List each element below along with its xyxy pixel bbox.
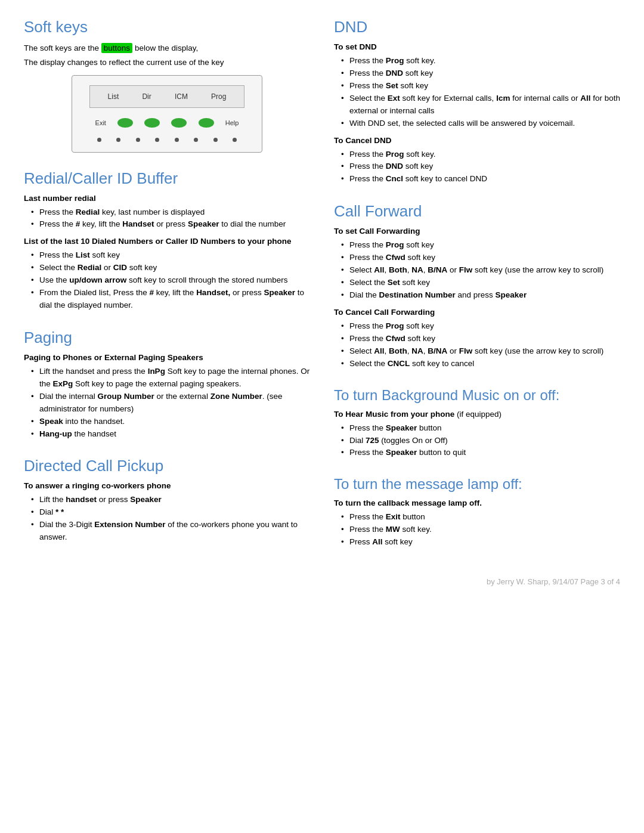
list-item: Select All, Both, NA, B/NA or Flw soft k… <box>341 264 620 277</box>
soft-keys-highlight: buttons <box>101 43 132 53</box>
background-music-title: To turn Background Music on or off: <box>334 387 620 404</box>
directed-call-pickup-title: Directed Call Pickup <box>24 457 310 475</box>
set-dnd-title: To set DND <box>334 42 620 51</box>
dot-4 <box>155 138 159 142</box>
list-item: Press the Prog soft key. <box>341 55 620 67</box>
phone-diagram: List Dir ICM Prog Exit Help <box>72 75 262 153</box>
message-lamp-title: To turn the message lamp off: <box>334 476 620 493</box>
cancel-dnd-list: Press the Prog soft key. Press the DND s… <box>341 148 620 186</box>
dnd-title: DND <box>334 18 620 36</box>
right-column: DND To set DND Press the Prog soft key. … <box>334 18 620 565</box>
dot-5 <box>175 138 179 142</box>
left-column: Soft keys The soft keys are the buttons … <box>24 18 310 565</box>
phone-dots-row <box>89 138 244 142</box>
list-item: Press the Redial key, last number is dis… <box>31 206 310 219</box>
list-item: Dial the 3-Digit Extension Number of the… <box>31 519 310 544</box>
list-item: Press the Prog soft key <box>341 320 620 333</box>
list-item: Press the List soft key <box>31 249 310 262</box>
list-item: Select the CNCL soft key to cancel <box>341 358 620 370</box>
paging-section: Paging Paging to Phones or External Pagi… <box>24 329 310 441</box>
page-footer: by Jerry W. Sharp, 9/14/07 Page 3 of 4 <box>24 577 620 586</box>
list-item: From the Dialed list, Press the # key, l… <box>31 287 310 312</box>
dot-2 <box>116 138 120 142</box>
dot-7 <box>213 138 218 142</box>
dot-8 <box>233 138 237 142</box>
message-lamp-section: To turn the message lamp off: To turn th… <box>334 476 620 549</box>
btn-oval-3 <box>171 118 187 128</box>
call-forward-section: Call Forward To set Call Forwarding Pres… <box>334 202 620 370</box>
hear-music-title-suffix: (if equipped) <box>454 410 501 419</box>
call-forward-title: Call Forward <box>334 202 620 221</box>
list-item: Press the Prog soft key <box>341 239 620 252</box>
list-10-items: Press the List soft key Select the Redia… <box>31 249 310 312</box>
directed-call-pickup-section: Directed Call Pickup To answer a ringing… <box>24 457 310 544</box>
dot-3 <box>136 138 140 142</box>
cancel-dnd-title: To Cancel DND <box>334 136 620 145</box>
soft-keys-intro: The soft keys are the buttons below the … <box>24 42 310 54</box>
list-item: Press the Speaker button to quit <box>341 447 620 459</box>
btn-label-help: Help <box>225 119 239 126</box>
soft-keys-intro-line2: below the display, <box>135 44 198 52</box>
list-item: Press the Cfwd soft key <box>341 252 620 264</box>
list-item: Hang-up the handset <box>31 428 310 441</box>
list-item: Lift the handset or press Speaker <box>31 494 310 506</box>
list-item: Dial the Destination Number and press Sp… <box>341 289 620 302</box>
cancel-cf-list: Press the Prog soft key Press the Cfwd s… <box>341 320 620 370</box>
list-item: Press the Prog soft key. <box>341 148 620 161</box>
hear-music-title-text: To Hear Music from your phone <box>334 410 454 419</box>
set-cf-title: To set Call Forwarding <box>334 227 620 236</box>
display-label-prog: Prog <box>211 92 226 101</box>
list-item: Press the Cfwd soft key <box>341 333 620 345</box>
display-label-dir: Dir <box>142 92 151 101</box>
answer-ringing-title: To answer a ringing co-workers phone <box>24 481 310 490</box>
set-cf-list: Press the Prog soft key Press the Cfwd s… <box>341 239 620 302</box>
list-item: Press the # key, lift the Handset or pre… <box>31 218 310 231</box>
background-music-section: To turn Background Music on or off: To H… <box>334 387 620 460</box>
soft-keys-intro-line3: The display changes to reflect the curre… <box>24 57 310 69</box>
list-item: With DND set, the selected calls will be… <box>341 117 620 130</box>
list-item: Use the up/down arrow soft key to scroll… <box>31 274 310 287</box>
btn-oval-1 <box>117 118 133 128</box>
display-label-icm: ICM <box>175 92 188 101</box>
display-label-list: List <box>108 92 119 101</box>
list-item: Press the DND soft key <box>341 160 620 173</box>
phone-display: List Dir ICM Prog <box>89 85 244 108</box>
list-item: Dial * * <box>31 506 310 519</box>
list-item: Lift the handset and press the InPg Soft… <box>31 366 310 391</box>
hear-music-list: Press the Speaker button Dial 725 (toggl… <box>341 422 620 460</box>
list-item: Dial 725 (toggles On or Off) <box>341 435 620 447</box>
callback-lamp-title: To turn the callback message lamp off. <box>334 498 620 507</box>
dot-1 <box>97 138 101 142</box>
dot-6 <box>194 138 198 142</box>
list-item: Select All, Both, NA, B/NA or Flw soft k… <box>341 345 620 358</box>
answer-ringing-list: Lift the handset or press Speaker Dial *… <box>31 494 310 544</box>
list-item: Dial the internal Group Number or the ex… <box>31 391 310 416</box>
dnd-section: DND To set DND Press the Prog soft key. … <box>334 18 620 185</box>
list-item: Press All soft key <box>341 536 620 549</box>
list-item: Speak into the handset. <box>31 416 310 428</box>
btn-oval-4 <box>199 118 214 128</box>
soft-keys-intro-line1: The soft keys are the <box>24 44 99 52</box>
redial-section: Redial/Caller ID Buffer Last number redi… <box>24 169 310 312</box>
hear-music-title: To Hear Music from your phone (if equipp… <box>334 410 620 419</box>
btn-label-exit: Exit <box>95 119 106 126</box>
paging-sub-title: Paging to Phones or External Paging Spea… <box>24 353 310 362</box>
list-item: Press the Cncl soft key to cancel DND <box>341 173 620 185</box>
phone-buttons-row: Exit Help <box>89 118 244 128</box>
soft-keys-title: Soft keys <box>24 18 310 36</box>
soft-keys-section: Soft keys The soft keys are the buttons … <box>24 18 310 153</box>
redial-title: Redial/Caller ID Buffer <box>24 169 310 188</box>
paging-list: Lift the handset and press the InPg Soft… <box>31 366 310 441</box>
list-item: Press the Set soft key <box>341 80 620 92</box>
last-number-list: Press the Redial key, last number is dis… <box>31 206 310 231</box>
list-item: Select the Ext soft key for External cal… <box>341 92 620 117</box>
list-item: Select the Redial or CID soft key <box>31 262 310 274</box>
list-item: Select the Set soft key <box>341 277 620 289</box>
list-item: Press the MW soft key. <box>341 524 620 536</box>
last-number-title: Last number redial <box>24 194 310 203</box>
list-10-title: List of the last 10 Dialed Numbers or Ca… <box>24 237 310 246</box>
callback-lamp-list: Press the Exit button Press the MW soft … <box>341 511 620 549</box>
paging-title: Paging <box>24 329 310 347</box>
cancel-cf-title: To Cancel Call Forwarding <box>334 308 620 317</box>
list-item: Press the Exit button <box>341 511 620 524</box>
